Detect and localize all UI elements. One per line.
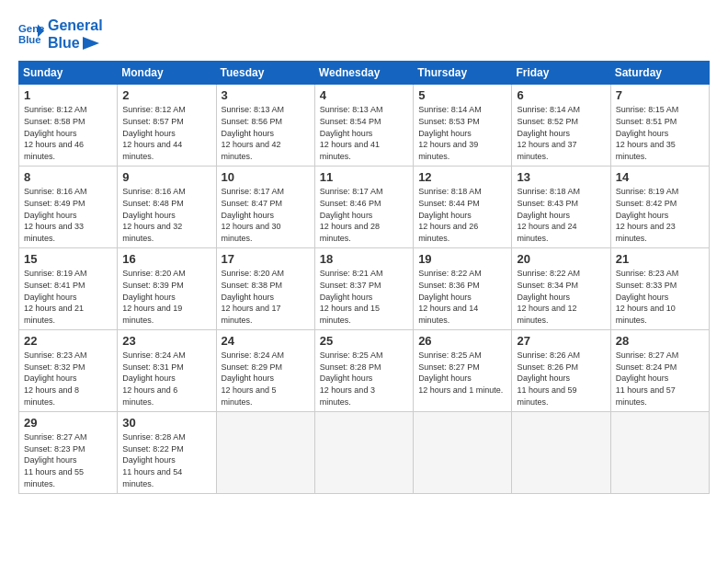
- svg-marker-3: [83, 37, 99, 50]
- table-row: 17Sunrise: 8:20 AMSunset: 8:38 PMDayligh…: [216, 248, 314, 330]
- day-info: Sunrise: 8:18 AMSunset: 8:44 PMDaylight …: [418, 186, 506, 244]
- calendar-row: 1Sunrise: 8:12 AMSunset: 8:58 PMDaylight…: [19, 85, 710, 167]
- day-number: 29: [24, 416, 112, 430]
- table-row: 27Sunrise: 8:26 AMSunset: 8:26 PMDayligh…: [512, 330, 610, 412]
- table-row: 28Sunrise: 8:27 AMSunset: 8:24 PMDayligh…: [610, 330, 709, 412]
- day-info: Sunrise: 8:22 AMSunset: 8:34 PMDaylight …: [517, 268, 605, 326]
- day-number: 26: [418, 334, 506, 348]
- day-info: Sunrise: 8:26 AMSunset: 8:26 PMDaylight …: [517, 350, 605, 408]
- table-row: 10Sunrise: 8:17 AMSunset: 8:47 PMDayligh…: [216, 167, 314, 248]
- table-row: 23Sunrise: 8:24 AMSunset: 8:31 PMDayligh…: [118, 330, 216, 412]
- day-number: 30: [122, 416, 210, 430]
- day-number: 19: [418, 252, 506, 266]
- table-row: 26Sunrise: 8:25 AMSunset: 8:27 PMDayligh…: [414, 330, 512, 412]
- day-number: 7: [616, 88, 704, 102]
- day-info: Sunrise: 8:13 AMSunset: 8:56 PMDaylight …: [222, 104, 310, 162]
- logo-arrow-icon: [83, 37, 99, 50]
- col-sunday: Sunday: [19, 62, 118, 85]
- day-info: Sunrise: 8:18 AMSunset: 8:43 PMDaylight …: [517, 186, 605, 244]
- table-row: 3Sunrise: 8:13 AMSunset: 8:56 PMDaylight…: [216, 85, 314, 167]
- day-number: 20: [517, 252, 605, 266]
- calendar-table: Sunday Monday Tuesday Wednesday Thursday…: [18, 61, 710, 494]
- day-info: Sunrise: 8:19 AMSunset: 8:42 PMDaylight …: [616, 186, 704, 244]
- day-info: Sunrise: 8:27 AMSunset: 8:23 PMDaylight …: [24, 431, 112, 489]
- day-info: Sunrise: 8:16 AMSunset: 8:48 PMDaylight …: [122, 186, 210, 244]
- calendar-row: 8Sunrise: 8:16 AMSunset: 8:49 PMDaylight…: [19, 167, 710, 248]
- day-number: 10: [222, 170, 310, 184]
- page: General Blue General Blue Sunday: [0, 0, 728, 563]
- table-row: 30Sunrise: 8:28 AMSunset: 8:22 PMDayligh…: [118, 412, 216, 494]
- day-number: 25: [320, 334, 408, 348]
- table-row: 4Sunrise: 8:13 AMSunset: 8:54 PMDaylight…: [314, 85, 413, 167]
- day-info: Sunrise: 8:17 AMSunset: 8:47 PMDaylight …: [222, 186, 310, 244]
- day-number: 9: [122, 170, 210, 184]
- table-row: 14Sunrise: 8:19 AMSunset: 8:42 PMDayligh…: [610, 167, 709, 248]
- logo-general: General: [48, 17, 103, 34]
- day-number: 13: [517, 170, 605, 184]
- day-info: Sunrise: 8:23 AMSunset: 8:32 PMDaylight …: [24, 350, 112, 408]
- table-row: 22Sunrise: 8:23 AMSunset: 8:32 PMDayligh…: [19, 330, 118, 412]
- day-info: Sunrise: 8:12 AMSunset: 8:58 PMDaylight …: [24, 104, 112, 162]
- table-row: 8Sunrise: 8:16 AMSunset: 8:49 PMDaylight…: [19, 167, 118, 248]
- day-number: 4: [320, 88, 408, 102]
- day-info: Sunrise: 8:28 AMSunset: 8:22 PMDaylight …: [122, 431, 210, 489]
- table-row: 19Sunrise: 8:22 AMSunset: 8:36 PMDayligh…: [414, 248, 512, 330]
- table-row: 12Sunrise: 8:18 AMSunset: 8:44 PMDayligh…: [414, 167, 512, 248]
- col-saturday: Saturday: [610, 62, 709, 85]
- day-info: Sunrise: 8:24 AMSunset: 8:31 PMDaylight …: [122, 350, 210, 408]
- logo-blue: Blue: [48, 34, 103, 52]
- svg-text:Blue: Blue: [18, 34, 41, 45]
- day-info: Sunrise: 8:21 AMSunset: 8:37 PMDaylight …: [320, 268, 408, 326]
- day-number: 22: [24, 334, 112, 348]
- table-row: 1Sunrise: 8:12 AMSunset: 8:58 PMDaylight…: [19, 85, 118, 167]
- logo-icon: General Blue: [18, 21, 44, 47]
- day-info: Sunrise: 8:23 AMSunset: 8:33 PMDaylight …: [616, 268, 704, 326]
- day-info: Sunrise: 8:25 AMSunset: 8:27 PMDaylight …: [418, 350, 506, 396]
- col-thursday: Thursday: [414, 62, 512, 85]
- day-info: Sunrise: 8:20 AMSunset: 8:39 PMDaylight …: [122, 268, 210, 326]
- col-monday: Monday: [118, 62, 216, 85]
- day-number: 21: [616, 252, 704, 266]
- day-number: 15: [24, 252, 112, 266]
- table-row: [314, 412, 413, 494]
- table-row: 20Sunrise: 8:22 AMSunset: 8:34 PMDayligh…: [512, 248, 610, 330]
- day-number: 24: [222, 334, 310, 348]
- day-number: 5: [418, 88, 506, 102]
- day-number: 1: [24, 88, 112, 102]
- table-row: [610, 412, 709, 494]
- calendar-row: 15Sunrise: 8:19 AMSunset: 8:41 PMDayligh…: [19, 248, 710, 330]
- col-wednesday: Wednesday: [314, 62, 413, 85]
- table-row: 29Sunrise: 8:27 AMSunset: 8:23 PMDayligh…: [19, 412, 118, 494]
- calendar-row: 29Sunrise: 8:27 AMSunset: 8:23 PMDayligh…: [19, 412, 710, 494]
- calendar-header-row: Sunday Monday Tuesday Wednesday Thursday…: [19, 62, 710, 85]
- table-row: 9Sunrise: 8:16 AMSunset: 8:48 PMDaylight…: [118, 167, 216, 248]
- day-info: Sunrise: 8:12 AMSunset: 8:57 PMDaylight …: [122, 104, 210, 162]
- table-row: 16Sunrise: 8:20 AMSunset: 8:39 PMDayligh…: [118, 248, 216, 330]
- day-info: Sunrise: 8:14 AMSunset: 8:52 PMDaylight …: [517, 104, 605, 162]
- day-info: Sunrise: 8:24 AMSunset: 8:29 PMDaylight …: [222, 350, 310, 408]
- day-info: Sunrise: 8:13 AMSunset: 8:54 PMDaylight …: [320, 104, 408, 162]
- day-info: Sunrise: 8:15 AMSunset: 8:51 PMDaylight …: [616, 104, 704, 162]
- day-number: 23: [122, 334, 210, 348]
- table-row: 15Sunrise: 8:19 AMSunset: 8:41 PMDayligh…: [19, 248, 118, 330]
- col-friday: Friday: [512, 62, 610, 85]
- table-row: [216, 412, 314, 494]
- day-info: Sunrise: 8:22 AMSunset: 8:36 PMDaylight …: [418, 268, 506, 326]
- table-row: 2Sunrise: 8:12 AMSunset: 8:57 PMDaylight…: [118, 85, 216, 167]
- table-row: 21Sunrise: 8:23 AMSunset: 8:33 PMDayligh…: [610, 248, 709, 330]
- table-row: 11Sunrise: 8:17 AMSunset: 8:46 PMDayligh…: [314, 167, 413, 248]
- table-row: [512, 412, 610, 494]
- day-info: Sunrise: 8:20 AMSunset: 8:38 PMDaylight …: [222, 268, 310, 326]
- day-info: Sunrise: 8:19 AMSunset: 8:41 PMDaylight …: [24, 268, 112, 326]
- table-row: 7Sunrise: 8:15 AMSunset: 8:51 PMDaylight…: [610, 85, 709, 167]
- day-number: 2: [122, 88, 210, 102]
- day-number: 8: [24, 170, 112, 184]
- day-number: 11: [320, 170, 408, 184]
- day-number: 27: [517, 334, 605, 348]
- day-number: 18: [320, 252, 408, 266]
- day-number: 14: [616, 170, 704, 184]
- day-number: 3: [222, 88, 310, 102]
- day-number: 16: [122, 252, 210, 266]
- day-number: 17: [222, 252, 310, 266]
- header: General Blue General Blue: [18, 17, 710, 52]
